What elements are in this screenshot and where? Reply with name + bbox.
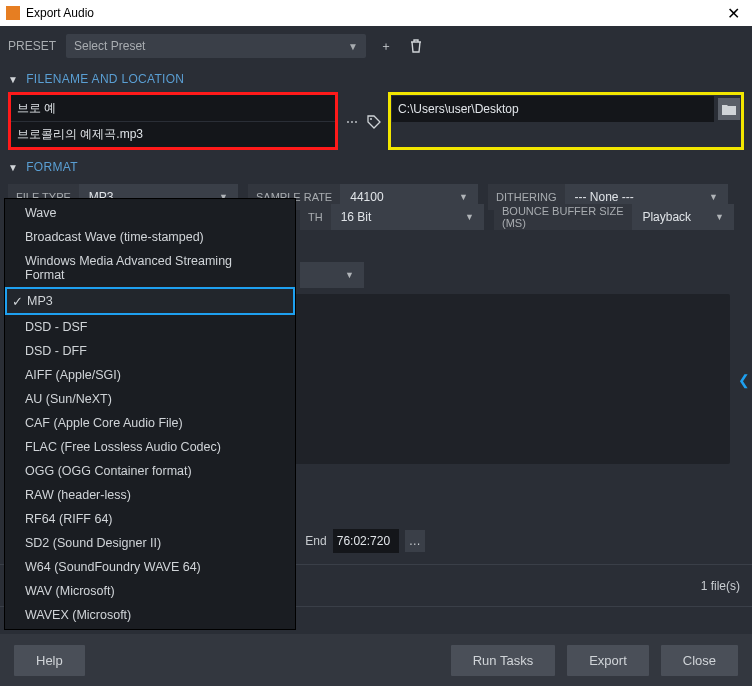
delete-preset-button[interactable] <box>406 36 426 56</box>
bit-depth-select[interactable]: 16 Bit ▼ <box>331 204 484 230</box>
filename-box <box>8 92 338 150</box>
run-tasks-button[interactable]: Run Tasks <box>451 645 555 676</box>
preset-label: PRESET <box>8 39 56 53</box>
file-type-option[interactable]: W64 (SoundFoundry WAVE 64) <box>5 555 295 579</box>
preset-row: PRESET Select Preset ▼ ＋ <box>0 26 752 66</box>
side-panel-toggle[interactable]: ❮ <box>738 372 750 388</box>
path-box <box>388 92 744 150</box>
project-name-input[interactable] <box>11 95 335 121</box>
add-preset-button[interactable]: ＋ <box>376 36 396 56</box>
chevron-down-icon: ▼ <box>465 212 474 222</box>
chevron-down-icon: ▼ <box>8 74 18 85</box>
preset-select[interactable]: Select Preset ▼ <box>66 34 366 58</box>
more-options-button[interactable]: ⋯ <box>342 112 362 132</box>
section-filename-location[interactable]: ▼ FILENAME AND LOCATION <box>0 66 752 92</box>
file-type-option[interactable]: AIFF (Apple/SGI) <box>5 363 295 387</box>
end-more-button[interactable]: … <box>405 530 425 552</box>
file-type-option[interactable]: RAW (header-less) <box>5 483 295 507</box>
file-type-option[interactable]: WAVEX (Microsoft) <box>5 603 295 627</box>
file-type-option[interactable]: WAV (Microsoft) <box>5 579 295 603</box>
file-type-option[interactable]: DSD - DSF <box>5 315 295 339</box>
chevron-down-icon: ▼ <box>709 192 718 202</box>
file-type-option[interactable]: OGG (OGG Container format) <box>5 459 295 483</box>
scope-select[interactable]: ▼ <box>300 262 364 288</box>
file-type-option[interactable]: RF64 (RIFF 64) <box>5 507 295 531</box>
bottom-bar: Help Run Tasks Export Close <box>0 634 752 686</box>
chevron-down-icon: ▼ <box>8 162 18 173</box>
buffer-label: BOUNCE BUFFER SIZE (MS) <box>494 204 632 230</box>
window-title: Export Audio <box>26 6 94 20</box>
close-button[interactable]: Close <box>661 645 738 676</box>
section-title: FORMAT <box>26 160 78 174</box>
buffer-select[interactable]: Playback ▼ <box>632 204 734 230</box>
chevron-down-icon: ▼ <box>348 41 358 52</box>
file-type-option[interactable]: AU (Sun/NeXT) <box>5 387 295 411</box>
filename-input[interactable] <box>11 121 335 147</box>
tag-icon[interactable] <box>364 112 384 132</box>
end-time-input[interactable] <box>333 529 399 553</box>
file-type-option[interactable]: Broadcast Wave (time-stamped) <box>5 225 295 249</box>
file-type-option[interactable]: Wave <box>5 201 295 225</box>
titlebar: Export Audio ✕ <box>0 0 752 26</box>
file-count: 1 file(s) <box>701 579 740 593</box>
file-type-dropdown: WaveBroadcast Wave (time-stamped)Windows… <box>4 198 296 630</box>
chevron-down-icon: ▼ <box>459 192 468 202</box>
browse-folder-button[interactable] <box>718 98 740 120</box>
file-type-option[interactable]: CAF (Apple Core Audio File) <box>5 411 295 435</box>
file-type-option[interactable]: Windows Media Advanced Streaming Format <box>5 249 295 287</box>
help-button[interactable]: Help <box>14 645 85 676</box>
close-icon[interactable]: ✕ <box>721 4 746 23</box>
svg-point-0 <box>370 118 372 120</box>
preset-placeholder: Select Preset <box>74 39 145 53</box>
file-type-option[interactable]: SD2 (Sound Designer II) <box>5 531 295 555</box>
section-format[interactable]: ▼ FORMAT <box>0 154 752 180</box>
file-type-option[interactable]: FLAC (Free Lossless Audio Codec) <box>5 435 295 459</box>
export-button[interactable]: Export <box>567 645 649 676</box>
file-type-option[interactable]: DSD - DFF <box>5 339 295 363</box>
section-title: FILENAME AND LOCATION <box>26 72 184 86</box>
app-icon <box>6 6 20 20</box>
path-input[interactable] <box>392 96 714 122</box>
end-label: End <box>305 534 326 548</box>
chevron-down-icon: ▼ <box>715 212 724 222</box>
chevron-down-icon: ▼ <box>345 270 354 280</box>
file-type-option[interactable]: MP3 <box>5 287 295 315</box>
bit-depth-label: TH <box>300 204 331 230</box>
